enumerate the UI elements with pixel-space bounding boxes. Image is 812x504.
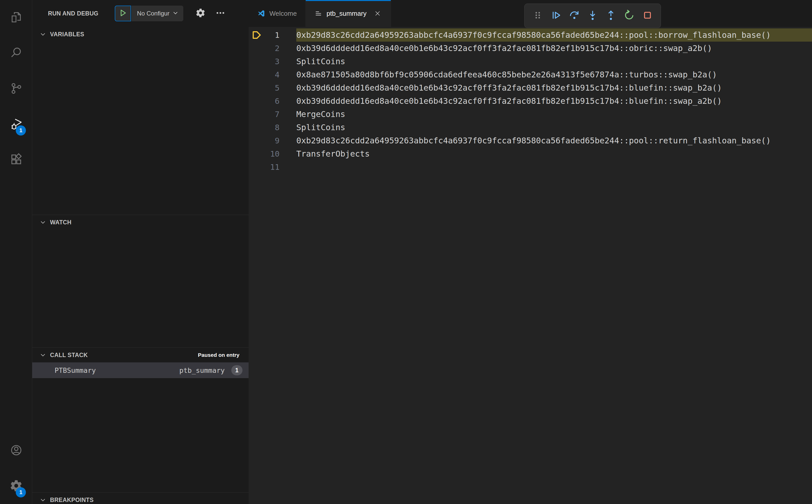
gutter[interactable]: [251, 94, 263, 108]
gutter[interactable]: [251, 108, 263, 121]
sidebar-title: RUN AND DEBUG: [48, 10, 98, 17]
run-and-debug-sidebar: RUN AND DEBUG No Configur: [32, 0, 248, 504]
gutter[interactable]: [251, 121, 263, 134]
editor-area: Welcome ptb_summary: [248, 0, 812, 504]
step-over-button[interactable]: [565, 7, 584, 25]
gutter[interactable]: [251, 160, 263, 174]
activity-item-explorer[interactable]: [0, 0, 32, 36]
gutter[interactable]: [251, 147, 263, 160]
list-file-icon: [314, 9, 322, 18]
toolbar-drag-handle[interactable]: [529, 7, 547, 25]
open-launch-json-button[interactable]: [195, 8, 206, 19]
continue-button[interactable]: [547, 7, 565, 25]
chevron-down-icon: [40, 31, 46, 37]
breakpoints-pane-header[interactable]: BREAKPOINTS: [32, 493, 248, 504]
watch-pane-header[interactable]: WATCH: [32, 215, 248, 230]
extensions-icon: [10, 153, 23, 167]
explorer-icon: [10, 11, 23, 25]
code-line: 10 TransferObjects: [248, 147, 812, 160]
line-number: 2: [263, 44, 279, 53]
play-icon: [119, 9, 127, 18]
vscode-window: 1 1: [0, 0, 812, 504]
debug-step-into-icon: [587, 9, 599, 22]
activity-item-search[interactable]: [0, 36, 32, 71]
line-number: 10: [263, 149, 279, 158]
gear-icon: [195, 8, 206, 19]
source-control-icon: [10, 82, 23, 96]
code-text: 0xb39d6dddedd16ed8a40ce0b1e6b43c92acf0ff…: [296, 83, 722, 93]
activity-item-settings[interactable]: 1: [0, 468, 32, 504]
activity-item-run-and-debug[interactable]: 1: [0, 107, 32, 142]
search-icon: [10, 46, 23, 60]
debug-toolbar: [524, 4, 661, 28]
call-stack-status: Paused on entry: [198, 352, 241, 358]
stop-button[interactable]: [638, 7, 657, 25]
step-out-button[interactable]: [602, 7, 620, 25]
line-number: 7: [263, 110, 279, 119]
tab-label: Welcome: [269, 10, 297, 18]
tab-ptb-summary[interactable]: ptb_summary: [306, 0, 391, 27]
code-line: 6 0xb39d6dddedd16ed8a40ce0b1e6b43c92acf0…: [248, 94, 812, 108]
debug-stop-icon: [642, 9, 653, 22]
line-number: 1: [263, 30, 279, 40]
call-stack-pane-header[interactable]: CALL STACK Paused on entry: [32, 348, 248, 362]
debug-stackframe-arrow-icon: [251, 28, 263, 42]
debug-configuration-label: No Configur: [137, 10, 170, 17]
line-number: 3: [263, 57, 279, 66]
breakpoints-pane: BREAKPOINTS: [32, 492, 248, 504]
gutter[interactable]: [251, 81, 263, 94]
code-line: 2 0xb39d6dddedd16ed8a40ce0b1e6b43c92acf0…: [248, 42, 812, 55]
chevron-down-icon: [40, 219, 46, 225]
gutter[interactable]: [251, 68, 263, 81]
code-text: 0xb29d83c26cdd2a64959263abbcfc4a6937f0c9…: [296, 30, 771, 40]
watch-pane: WATCH: [32, 215, 248, 347]
line-number: 9: [263, 136, 279, 145]
line-number: 5: [263, 83, 279, 92]
code-text: 0xb39d6dddedd16ed8a40ce0b1e6b43c92acf0ff…: [296, 43, 712, 53]
code-text: 0xb39d6dddedd16ed8a40ce0b1e6b43c92acf0ff…: [296, 96, 722, 106]
code-line: 9 0xb29d83c26cdd2a64959263abbcfc4a6937f0…: [248, 134, 812, 147]
gutter[interactable]: [251, 134, 263, 147]
line-number: 11: [263, 162, 279, 172]
line-number: 4: [263, 70, 279, 79]
gutter[interactable]: [251, 55, 263, 68]
breakpoints-pane-label: BREAKPOINTS: [50, 497, 94, 503]
activity-item-extensions[interactable]: [0, 142, 32, 178]
code-text: TransferObjects: [296, 149, 370, 159]
tab-welcome[interactable]: Welcome: [248, 0, 306, 27]
call-stack-pane: CALL STACK Paused on entry PTBSummary pt…: [32, 347, 248, 492]
close-tab-button[interactable]: [373, 9, 382, 18]
stack-frame-line-badge: 1: [231, 365, 242, 375]
account-icon: [10, 444, 23, 458]
stack-frame-name: PTBSummary: [55, 366, 96, 374]
step-into-button[interactable]: [584, 7, 602, 25]
restart-button[interactable]: [620, 7, 638, 25]
activity-item-account[interactable]: [0, 433, 32, 468]
debug-session-badge: 1: [16, 125, 26, 136]
line-number: 6: [263, 96, 279, 106]
line-number: 8: [263, 123, 279, 132]
watch-pane-label: WATCH: [50, 219, 72, 226]
debug-continue-icon: [550, 9, 562, 22]
sidebar-header: RUN AND DEBUG No Configur: [32, 0, 248, 27]
code-line-current: 1 0xb29d83c26cdd2a64959263abbcfc4a6937f0…: [248, 28, 812, 42]
launch-combo: No Configur: [115, 6, 183, 21]
gripper-icon: [532, 9, 544, 22]
activity-item-source-control[interactable]: [0, 71, 32, 107]
ellipsis-icon: [215, 8, 225, 19]
variables-pane: VARIABLES: [32, 27, 248, 215]
code-line: 7 MergeCoins: [248, 108, 812, 121]
code-line: 4 0x8ae871505a80d8bf6bf9c05906cda6edfeea…: [248, 68, 812, 81]
chevron-down-icon: [170, 10, 179, 17]
gutter[interactable]: [251, 42, 263, 55]
chevron-down-icon: [40, 352, 46, 358]
start-debugging-button[interactable]: [115, 6, 131, 21]
call-stack-frame-row[interactable]: PTBSummary ptb_summary 1: [32, 362, 248, 378]
code-editor[interactable]: 1 0xb29d83c26cdd2a64959263abbcfc4a6937f0…: [248, 27, 812, 504]
debug-step-over-icon: [569, 9, 580, 22]
chevron-down-icon: [40, 497, 46, 503]
code-text: MergeCoins: [296, 109, 345, 119]
debug-configuration-dropdown[interactable]: No Configur: [131, 6, 183, 21]
views-and-more-actions-button[interactable]: [215, 8, 226, 19]
variables-pane-header[interactable]: VARIABLES: [32, 27, 248, 42]
